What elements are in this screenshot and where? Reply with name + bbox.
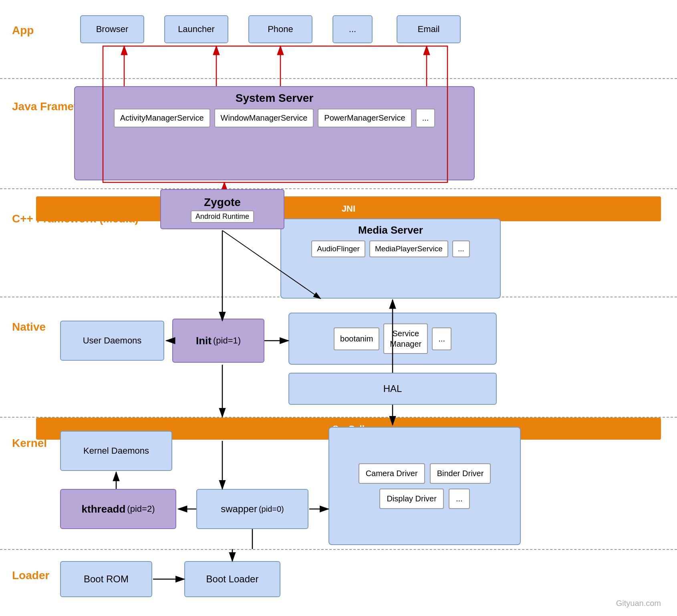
kernel-drivers-dots: ... xyxy=(449,489,470,509)
system-server-title: System Server xyxy=(75,92,474,105)
divider-5 xyxy=(0,549,677,550)
app-browser: Browser xyxy=(80,15,144,43)
diagram-container: App Java Framework C++ Framework (Media)… xyxy=(0,0,677,616)
power-manager-service: PowerManagerService xyxy=(318,109,411,127)
media-server-more: ... xyxy=(452,240,470,257)
layer-app: App xyxy=(12,24,34,37)
kernel-drivers-container: Camera Driver Binder Driver Display Driv… xyxy=(328,427,521,545)
divider-1 xyxy=(0,78,677,79)
zygote-box: Zygote Android Runtime xyxy=(160,189,284,229)
audio-flinger: AudioFlinger xyxy=(311,240,365,257)
layer-native: Native xyxy=(12,321,46,333)
boot-rom: Boot ROM xyxy=(60,561,152,597)
kthreadd-box: kthreadd(pid=2) xyxy=(60,489,176,529)
app-email: Email xyxy=(397,15,461,43)
kernel-daemons: Kernel Daemons xyxy=(60,431,172,471)
swapper-box: swapper(pid=0) xyxy=(196,489,308,529)
swapper-pid: (pid=0) xyxy=(259,505,284,514)
kthreadd-label: kthreadd xyxy=(82,503,126,515)
binder-driver: Binder Driver xyxy=(430,463,491,484)
app-dots: ... xyxy=(332,15,373,43)
init-pid: (pid=1) xyxy=(213,335,241,346)
kthreadd-pid: (pid=2) xyxy=(127,504,155,514)
swapper-label: swapper xyxy=(221,503,257,515)
app-launcher: Launcher xyxy=(164,15,228,43)
display-driver: Display Driver xyxy=(379,489,443,509)
zygote-label: Zygote xyxy=(204,196,241,209)
jni-label: JNI xyxy=(342,204,355,214)
media-player-service: MediaPlayerService xyxy=(369,240,448,257)
android-runtime: Android Runtime xyxy=(191,210,254,223)
watermark: Gityuan.com xyxy=(616,599,661,608)
camera-driver: Camera Driver xyxy=(359,463,425,484)
user-daemons: User Daemons xyxy=(60,321,164,361)
app-phone: Phone xyxy=(248,15,312,43)
native-dots: ... xyxy=(432,327,451,350)
system-server-container: System Server ActivityManagerService Win… xyxy=(74,86,475,180)
activity-manager-service: ActivityManagerService xyxy=(114,109,210,127)
media-server-title: Media Server xyxy=(281,224,500,236)
media-server-container: Media Server AudioFlinger MediaPlayerSer… xyxy=(280,218,501,299)
boot-loader: Boot Loader xyxy=(184,561,280,597)
divider-2 xyxy=(0,188,677,189)
jni-bar: JNI xyxy=(36,196,661,221)
bootanim: bootanim xyxy=(334,327,379,350)
init-label: Init xyxy=(196,335,212,347)
init-box: Init(pid=1) xyxy=(172,319,264,363)
native-right-container: bootanim ServiceManager ... xyxy=(288,313,497,365)
hal-box: HAL xyxy=(288,373,497,405)
window-manager-service: WindowManagerService xyxy=(214,109,314,127)
service-manager: ServiceManager xyxy=(383,323,428,354)
system-server-more: ... xyxy=(416,109,435,127)
layer-loader: Loader xyxy=(12,569,49,582)
